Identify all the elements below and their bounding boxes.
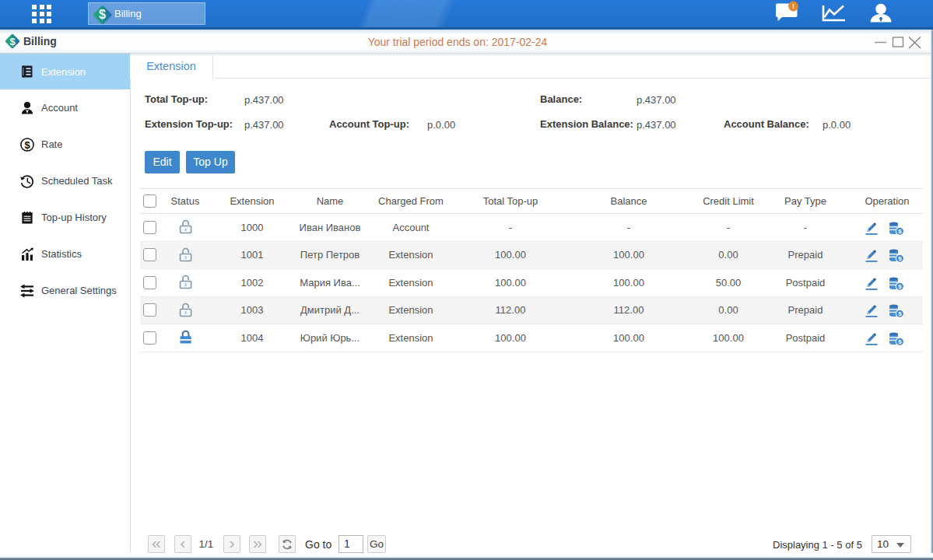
svg-text:$: $ (898, 228, 902, 235)
svg-text:$: $ (898, 338, 902, 345)
svg-text:!: ! (792, 2, 794, 10)
svg-text:$: $ (898, 255, 902, 262)
svg-text:$: $ (898, 310, 902, 317)
svg-text:$: $ (24, 138, 30, 150)
svg-text:$: $ (898, 283, 902, 290)
